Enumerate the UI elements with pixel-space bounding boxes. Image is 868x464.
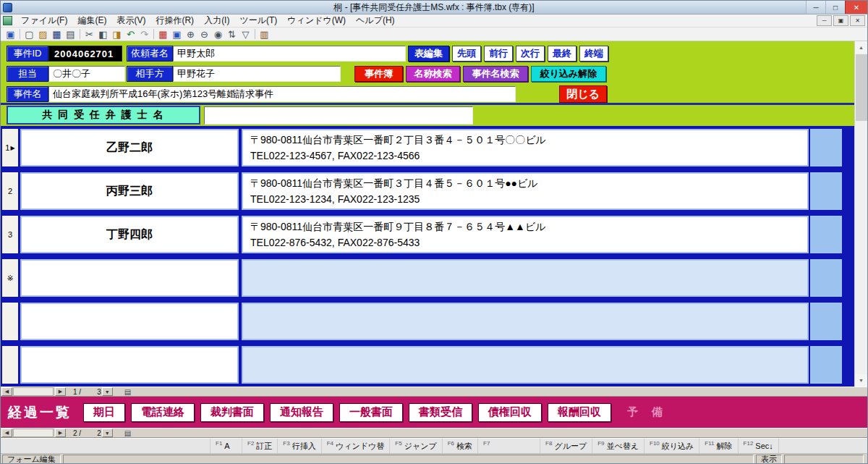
fn-f8[interactable]: F8グループ bbox=[540, 439, 592, 453]
open-folder-icon[interactable]: ▨ bbox=[36, 28, 50, 41]
record-slider[interactable] bbox=[13, 429, 54, 437]
minimize-button[interactable]: ─ bbox=[806, 1, 825, 14]
fn-f10[interactable]: F10絞り込み bbox=[644, 439, 699, 453]
scroll-down-icon[interactable]: ▼ bbox=[855, 374, 867, 387]
general-documents-button[interactable]: 一般書面 bbox=[339, 403, 403, 422]
copy-icon[interactable]: ◧ bbox=[96, 28, 110, 41]
row-number[interactable]: ※ bbox=[2, 259, 18, 297]
mdi-close-button[interactable]: ✕ bbox=[850, 15, 865, 26]
lawyer-address-cell[interactable]: 〒980-0811仙台市青葉区一番町９丁目８番７－６５４号▲▲ビル TEL022… bbox=[242, 216, 809, 253]
lawyer-name-cell[interactable] bbox=[20, 346, 239, 384]
menu-window[interactable]: ウィンドウ(W) bbox=[282, 14, 351, 28]
fn-f9[interactable]: F9並べ替え bbox=[592, 439, 644, 453]
table-edit-button[interactable]: 表編集 bbox=[408, 46, 449, 62]
record-prev-icon[interactable]: ◀ bbox=[1, 429, 12, 437]
filter-icon[interactable]: ▽ bbox=[239, 28, 252, 41]
table-view-icon[interactable]: ▦ bbox=[156, 28, 170, 41]
lawyer-address-cell[interactable] bbox=[242, 303, 809, 340]
fee-collection-button[interactable]: 報酬回収 bbox=[548, 403, 611, 422]
lawyer-name-cell[interactable]: 丁野四郎 bbox=[20, 216, 239, 253]
debt-collection-button[interactable]: 債権回収 bbox=[478, 403, 542, 422]
maximize-button[interactable]: □ bbox=[825, 1, 845, 14]
record-slider[interactable] bbox=[13, 387, 54, 396]
client-name-input[interactable]: 甲野太郎 bbox=[173, 46, 406, 62]
menu-edit[interactable]: 編集(E) bbox=[72, 14, 111, 28]
new-file-icon[interactable]: ▢ bbox=[22, 28, 36, 41]
fn-f1[interactable]: F1A bbox=[210, 439, 242, 453]
fn-f11[interactable]: F11解除 bbox=[699, 439, 738, 453]
nav-first-button[interactable]: 先頭 bbox=[452, 46, 481, 62]
undo-icon[interactable]: ↶ bbox=[124, 28, 137, 41]
hearing-date-button[interactable]: 期日 bbox=[83, 403, 125, 422]
fn-f2[interactable]: F2訂正 bbox=[242, 439, 278, 453]
lawyer-name-cell[interactable]: 乙野二郎 bbox=[20, 129, 239, 166]
lawyer-address-cell[interactable]: 〒980-0811仙台市青葉区一番町２丁目３番４－５０１号〇〇ビル TEL022… bbox=[242, 129, 809, 166]
row-number[interactable] bbox=[2, 303, 18, 340]
record-memo-icon[interactable]: ▤ bbox=[124, 388, 131, 396]
print-icon[interactable]: ▤ bbox=[64, 28, 77, 41]
lawyer-address-cell[interactable]: 〒980-0811仙台市青葉区一番町３丁目４番５－６０１号●●ビル TEL022… bbox=[242, 172, 809, 210]
phone-contact-button[interactable]: 電話連絡 bbox=[131, 403, 195, 422]
scrollbar-thumb[interactable] bbox=[856, 54, 867, 121]
find-icon[interactable]: ◉ bbox=[211, 28, 225, 41]
record-dropdown-icon[interactable]: ▼ bbox=[102, 429, 113, 437]
fn-f3[interactable]: F3行挿入 bbox=[278, 439, 321, 453]
mdi-restore-button[interactable]: ▣ bbox=[833, 15, 848, 26]
record-dropdown-icon[interactable]: ▼ bbox=[102, 387, 113, 396]
case-name-input[interactable]: 仙台家庭裁判所平成16年(家ホ)第123号離婚請求事件 bbox=[48, 86, 516, 102]
fn-f4[interactable]: F4ウィンドウ替 bbox=[322, 439, 391, 453]
record-next-icon[interactable]: ▶ bbox=[55, 387, 66, 396]
mdi-minimize-button[interactable]: ─ bbox=[817, 15, 832, 26]
zoom-out-icon[interactable]: ⊖ bbox=[197, 28, 211, 41]
row-number[interactable] bbox=[2, 346, 18, 384]
co-counsel-search-input[interactable] bbox=[204, 106, 473, 125]
chart-icon[interactable]: ▥ bbox=[258, 28, 271, 41]
zoom-in-icon[interactable]: ⊕ bbox=[184, 28, 197, 41]
row-number[interactable]: 1▶ bbox=[2, 129, 18, 166]
fn-f5[interactable]: F5ジャンプ bbox=[390, 439, 442, 453]
sort-icon[interactable]: ⇅ bbox=[225, 28, 239, 41]
menu-row-operation[interactable]: 行操作(R) bbox=[150, 14, 199, 28]
documents-received-button[interactable]: 書類受信 bbox=[409, 403, 472, 422]
case-name-search-button[interactable]: 事件名検索 bbox=[463, 66, 528, 82]
notification-report-button[interactable]: 通知報告 bbox=[270, 403, 333, 422]
opponent-input[interactable]: 甲野花子 bbox=[173, 66, 341, 82]
lawyer-address-cell[interactable] bbox=[242, 259, 809, 297]
lawyer-address-cell[interactable] bbox=[242, 346, 809, 384]
staff-input[interactable]: 〇井〇子 bbox=[48, 66, 125, 82]
fn-f6[interactable]: F6検索 bbox=[443, 439, 478, 453]
paste-icon[interactable]: ◨ bbox=[110, 28, 124, 41]
case-book-button[interactable]: 事件簿 bbox=[354, 66, 403, 82]
fn-f12[interactable]: F12Sec↓ bbox=[739, 439, 779, 453]
fn-f7[interactable]: F7 bbox=[478, 439, 540, 453]
court-documents-button[interactable]: 裁判書面 bbox=[200, 403, 264, 422]
menu-help[interactable]: ヘルプ(H) bbox=[351, 14, 400, 28]
record-memo-icon[interactable]: ▤ bbox=[124, 429, 131, 437]
lawyer-name-cell[interactable]: 丙野三郎 bbox=[20, 172, 239, 210]
nav-next-button[interactable]: 次行 bbox=[516, 46, 545, 62]
record-prev-icon[interactable]: ◀ bbox=[1, 387, 12, 396]
menu-file[interactable]: ファイル(F) bbox=[16, 14, 72, 28]
menu-tools[interactable]: ツール(T) bbox=[234, 14, 282, 28]
save-icon[interactable]: ▦ bbox=[50, 28, 64, 41]
lawyer-name-cell[interactable] bbox=[20, 259, 239, 297]
close-window-button[interactable]: ✕ bbox=[845, 1, 867, 14]
name-search-button[interactable]: 名称検索 bbox=[406, 66, 460, 82]
menu-view[interactable]: 表示(V) bbox=[111, 14, 150, 28]
nav-last-button[interactable]: 最終 bbox=[548, 46, 576, 62]
scroll-up-icon[interactable]: ▲ bbox=[855, 41, 867, 54]
cut-icon[interactable]: ✂ bbox=[82, 28, 96, 41]
menu-input[interactable]: 入力(I) bbox=[199, 14, 234, 28]
nav-end-button[interactable]: 終端 bbox=[579, 46, 608, 62]
record-next-icon[interactable]: ▶ bbox=[55, 429, 66, 437]
nav-prev-button[interactable]: 前行 bbox=[484, 46, 513, 62]
lawyer-name-cell[interactable] bbox=[20, 303, 239, 340]
redo-icon[interactable]: ↷ bbox=[137, 28, 151, 41]
form-view-icon[interactable]: ▣ bbox=[170, 28, 184, 41]
close-form-button[interactable]: 閉じる bbox=[559, 85, 607, 103]
vertical-scrollbar[interactable]: ▲ ▼ bbox=[854, 41, 867, 387]
row-number[interactable]: 2 bbox=[2, 172, 18, 210]
row-number[interactable]: 3 bbox=[2, 216, 18, 253]
clear-filter-button[interactable]: 絞り込み解除 bbox=[531, 66, 606, 82]
form-window-icon[interactable]: ▣ bbox=[4, 28, 17, 41]
